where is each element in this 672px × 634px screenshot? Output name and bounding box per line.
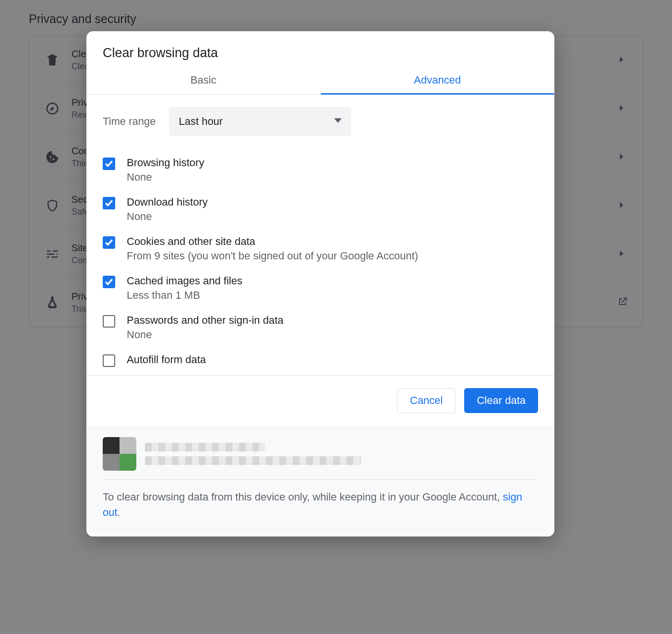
dialog-title: Clear browsing data [86, 31, 554, 74]
time-range-value: Last hour [179, 115, 223, 128]
item-title: Cookies and other site data [127, 235, 418, 248]
tab-advanced[interactable]: Advanced [321, 74, 555, 94]
dialog-tabs: Basic Advanced [86, 74, 554, 95]
checkbox[interactable] [103, 197, 115, 209]
clear-data-item: Passwords and other sign-in dataNone [103, 308, 538, 347]
clear-data-item: Cached images and filesLess than 1 MB [103, 268, 538, 308]
item-sub: None [127, 171, 204, 183]
clear-data-item: Browsing historyNone [103, 150, 538, 190]
item-sub: Less than 1 MB [127, 289, 242, 302]
checkbox[interactable] [103, 276, 115, 288]
checkbox[interactable] [103, 354, 115, 367]
clear-data-item: Download historyNone [103, 190, 538, 229]
account-row [103, 437, 538, 471]
avatar [103, 437, 136, 471]
item-title: Download history [127, 196, 208, 208]
item-sub: None [127, 210, 208, 223]
cancel-button[interactable]: Cancel [397, 388, 456, 413]
checkbox[interactable] [103, 236, 115, 249]
clear-data-button[interactable]: Clear data [464, 388, 538, 413]
item-sub: None [127, 329, 284, 341]
clear-browsing-data-dialog: Clear browsing data Basic Advanced Time … [86, 31, 554, 536]
tab-basic[interactable]: Basic [86, 74, 321, 94]
dialog-footer: To clear browsing data from this device … [86, 426, 554, 536]
clear-data-item: Cookies and other site dataFrom 9 sites … [103, 229, 538, 268]
checkbox[interactable] [103, 158, 115, 170]
item-text: Passwords and other sign-in dataNone [127, 314, 284, 341]
item-text: Browsing historyNone [127, 157, 204, 183]
item-sub: From 9 sites (you won't be signed out of… [127, 250, 418, 262]
item-text: Download historyNone [127, 196, 208, 223]
time-range-label: Time range [103, 115, 156, 128]
time-range-select[interactable]: Last hour [169, 107, 351, 136]
checkbox[interactable] [103, 315, 115, 328]
item-title: Passwords and other sign-in data [127, 314, 284, 327]
item-title: Browsing history [127, 157, 204, 169]
chevron-down-icon [334, 117, 342, 126]
account-redacted-text [145, 443, 361, 465]
clear-data-item: Autofill form data [103, 347, 538, 374]
item-text: Autofill form data [127, 354, 206, 368]
item-title: Autofill form data [127, 354, 206, 366]
item-title: Cached images and files [127, 275, 242, 287]
footer-note: To clear browsing data from this device … [103, 489, 538, 520]
item-text: Cookies and other site dataFrom 9 sites … [127, 235, 418, 262]
dialog-actions: Cancel Clear data [86, 375, 554, 426]
item-text: Cached images and filesLess than 1 MB [127, 275, 242, 302]
